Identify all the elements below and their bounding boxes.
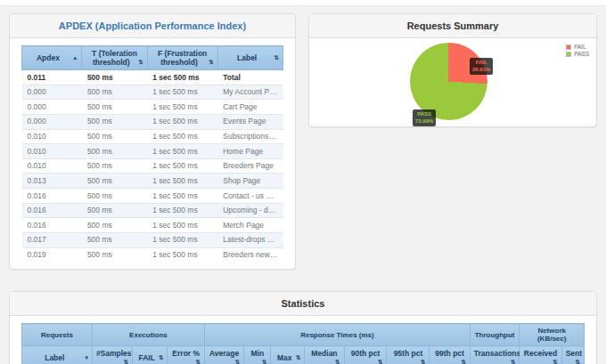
table-cell: 500 ms (82, 114, 147, 129)
table-cell: 0.011 (22, 70, 82, 85)
table-cell: Latest-drops Page (217, 232, 283, 247)
navbar-bottom-strip (0, 0, 606, 6)
table-row: 0.000500 ms1 sec 500 msCart Page (22, 100, 283, 115)
apdex-table-head: Apdex▲T (Toleration threshold)⇅F (Frustr… (22, 46, 283, 70)
table-cell: 0.016 (22, 203, 82, 218)
table-cell: 1 sec 500 ms (147, 174, 217, 189)
statistics-panel-body: RequestsExecutionsResponse Times (ms)Thr… (10, 316, 596, 364)
table-cell: Breeders news Page (217, 247, 283, 262)
sortable-column-header[interactable]: Received⇅ (520, 346, 561, 364)
table-cell: Subscriptions Page (217, 129, 283, 144)
statistics-table: RequestsExecutionsResponse Times (ms)Thr… (21, 323, 585, 364)
sortable-column-header[interactable]: Average⇅ (205, 346, 244, 364)
table-cell: 500 ms (82, 158, 147, 174)
table-cell: 1 sec 500 ms (147, 158, 217, 174)
pie-legend: FAILPASS (566, 44, 589, 58)
legend-item: FAIL (566, 44, 589, 50)
table-row: 0.019500 ms1 sec 500 msBreeders news Pag… (22, 247, 283, 262)
statistics-table-head: RequestsExecutionsResponse Times (ms)Thr… (22, 324, 585, 364)
legend-label: FAIL (574, 44, 586, 50)
sortable-column-header[interactable]: Transactions/s⇅ (470, 346, 520, 364)
statistics-heading: Statistics (10, 292, 596, 316)
sortable-column-header[interactable]: Min⇅ (244, 346, 271, 364)
apdex-title-link[interactable]: APDEX (Application Performance Index) (59, 20, 246, 31)
sort-both-icon: ⇅ (274, 53, 279, 62)
table-cell: 1 sec 500 ms (147, 232, 217, 247)
table-cell: 0.013 (22, 174, 82, 189)
table-cell: Contact - us Page (217, 189, 283, 204)
table-cell: 1 sec 500 ms (147, 218, 217, 233)
table-row: 0.016500 ms1 sec 500 msContact - us Page (22, 189, 283, 204)
sort-both-icon: ⇅ (553, 358, 557, 364)
sort-asc-icon: ▲ (72, 53, 78, 62)
table-cell: 1 sec 500 ms (147, 129, 217, 144)
table-cell: Merch Page (217, 218, 283, 233)
legend-swatch-icon (566, 52, 571, 57)
table-cell: Cart Page (217, 100, 283, 115)
requests-summary-panel: Requests Summary FAIL 26.01% PASS 73.99%… (308, 13, 597, 127)
column-group-header: Throughput (470, 324, 520, 346)
table-cell: 500 ms (82, 218, 147, 233)
apdex-table: Apdex▲T (Toleration threshold)⇅F (Frustr… (21, 45, 283, 262)
pie-label-fail: FAIL 26.01% (470, 58, 493, 75)
table-row: 0.010500 ms1 sec 500 msSubscriptions Pag… (22, 129, 283, 144)
table-row: 0.016500 ms1 sec 500 msUpcoming - drops … (22, 203, 283, 218)
table-cell: Events Page (217, 114, 283, 129)
apdex-panel: APDEX (Application Performance Index) Ap… (9, 13, 296, 270)
table-cell: 500 ms (82, 232, 147, 247)
requests-pie-chart (410, 43, 487, 120)
sort-both-icon: ⇅ (124, 358, 128, 364)
sort-both-icon: ⇅ (576, 358, 580, 364)
sort-both-icon: ⇅ (235, 358, 240, 364)
sort-both-icon: ⇅ (209, 58, 213, 67)
table-cell: 500 ms (82, 189, 147, 204)
sortable-column-header[interactable]: Error %⇅ (168, 346, 205, 364)
table-cell: 0.010 (22, 129, 82, 144)
table-row: 0.010500 ms1 sec 500 msBreeders Page (22, 158, 283, 174)
sort-both-icon: ⇅ (378, 358, 382, 364)
sortable-column-header[interactable]: T (Toleration threshold)⇅ (82, 46, 147, 70)
sort-both-icon: ⇅ (296, 353, 300, 362)
sortable-column-header[interactable]: F (Frustration threshold)⇅ (147, 46, 217, 70)
legend-label: PASS (574, 51, 589, 57)
table-cell: My Account Page (217, 85, 283, 100)
legend-item: PASS (566, 51, 589, 57)
sortable-column-header[interactable]: 90th pct⇅ (344, 346, 387, 364)
table-cell: Shop Page (217, 174, 283, 189)
table-cell: 0.000 (22, 100, 82, 115)
sort-both-icon: ⇅ (159, 353, 163, 362)
table-cell: Total (217, 70, 283, 85)
table-row: 0.000500 ms1 sec 500 msMy Account Page (22, 85, 283, 100)
table-cell: 0.016 (22, 189, 82, 204)
statistics-panel: Statistics RequestsExecutionsResponse Ti… (9, 291, 597, 364)
sort-desc-icon: ▾ (86, 353, 88, 362)
table-cell: 500 ms (82, 203, 147, 218)
dashboard-content: APDEX (Application Performance Index) Ap… (0, 6, 606, 364)
apdex-table-body: 0.011500 ms1 sec 500 msTotal0.000500 ms1… (22, 70, 283, 263)
sortable-column-header[interactable]: Label⇅ (217, 46, 283, 70)
table-row: 0.016500 ms1 sec 500 msMerch Page (22, 218, 283, 233)
table-cell: 0.010 (22, 144, 82, 159)
sortable-column-header[interactable]: Median⇅ (305, 346, 344, 364)
table-cell: 500 ms (82, 174, 147, 189)
sortable-column-header[interactable]: 99th pct⇅ (430, 346, 470, 364)
sortable-column-header[interactable]: Max⇅ (271, 346, 305, 364)
sortable-column-header[interactable]: FAIL⇅ (133, 346, 168, 364)
table-cell: 1 sec 500 ms (147, 85, 217, 100)
apdex-panel-body: Apdex▲T (Toleration threshold)⇅F (Frustr… (10, 38, 295, 269)
table-cell: 0.000 (22, 114, 82, 129)
table-cell: 0.010 (22, 158, 82, 174)
sortable-column-header[interactable]: #Samples⇅ (92, 346, 132, 364)
sortable-column-header[interactable]: Apdex▲ (22, 46, 82, 70)
table-cell: 500 ms (82, 100, 147, 115)
table-row: 0.010500 ms1 sec 500 msHome Page (22, 144, 283, 159)
sortable-column-header[interactable]: Label▾ (22, 346, 93, 364)
table-cell: 0.017 (22, 232, 82, 247)
sortable-column-header[interactable]: 95th pct⇅ (387, 346, 430, 364)
table-cell: 1 sec 500 ms (147, 247, 217, 262)
table-cell: 1 sec 500 ms (147, 70, 217, 85)
sort-both-icon: ⇅ (461, 358, 465, 364)
sortable-column-header[interactable]: Sent⇅ (561, 346, 584, 364)
sort-both-icon: ⇅ (511, 358, 515, 364)
table-cell: 1 sec 500 ms (147, 100, 217, 115)
